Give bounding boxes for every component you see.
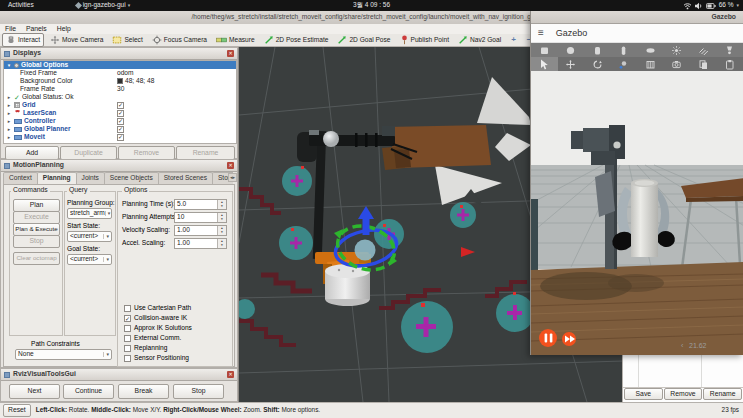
tree-row-global-status[interactable]: ▸ ✓ Global Status: Ok — [4, 93, 236, 101]
copy-icon[interactable] — [690, 57, 717, 71]
external-comm-option[interactable]: External Comm. — [124, 335, 181, 342]
expander-closed-icon[interactable]: ▸ — [6, 103, 12, 108]
expander-closed-icon[interactable]: ▸ — [6, 127, 12, 132]
motion-planning-header[interactable]: MotionPlanning ✕ — [1, 160, 237, 172]
collision-aware-ik-option[interactable]: Collision-aware IK — [124, 315, 187, 322]
add-tool-button[interactable]: + — [511, 36, 516, 44]
save-view-button[interactable]: Save — [624, 388, 663, 400]
tree-row-grid[interactable]: ▸ Grid — [4, 101, 236, 109]
step-button[interactable] — [562, 332, 576, 346]
menu-file[interactable]: File — [0, 26, 21, 33]
replanning-option[interactable]: Replanning — [124, 345, 167, 352]
expander-closed-icon[interactable]: ▸ — [6, 111, 12, 116]
panel-close-icon[interactable]: ✕ — [227, 50, 234, 57]
capsule-icon[interactable] — [611, 43, 638, 57]
checkbox[interactable] — [124, 355, 131, 362]
directional-light-icon[interactable] — [690, 43, 717, 57]
tool-select[interactable]: Select — [109, 34, 145, 46]
tree-row-global-planner[interactable]: ▸ Global Planner — [4, 125, 236, 133]
reset-button[interactable]: Reset — [3, 404, 31, 417]
tab-context[interactable]: Context — [3, 172, 38, 184]
clear-octomap-button[interactable]: Clear octomap — [13, 252, 60, 265]
accel-scaling-spinbox[interactable]: 1.00 ▴▾ — [174, 238, 227, 249]
translate-icon[interactable] — [558, 57, 585, 71]
clock[interactable]: 3월 4 09 : 56 — [0, 2, 743, 9]
property-value[interactable]: 30 — [117, 86, 124, 93]
display-enabled-checkbox[interactable] — [117, 110, 124, 117]
spin-arrows[interactable]: ▴▾ — [217, 200, 226, 209]
ellipsoid-icon[interactable] — [637, 43, 664, 57]
paste-icon[interactable] — [717, 57, 743, 71]
gazebo-titlebar[interactable]: Gazebo — [531, 11, 743, 24]
menu-help[interactable]: Help — [52, 26, 76, 33]
select-arrow-icon[interactable] — [531, 57, 558, 71]
tool-2d-goal-pose[interactable]: 2D Goal Pose — [334, 34, 393, 46]
property-value[interactable]: 48; 48; 48 — [117, 78, 154, 85]
rotate-icon[interactable] — [584, 57, 611, 71]
gazebo-3d-view[interactable]: ‹ 21.62 — [531, 71, 743, 355]
tree-row-frame-rate[interactable]: Frame Rate 30 — [4, 85, 236, 93]
tree-row-fixed-frame[interactable]: Fixed Frame odom — [4, 69, 236, 77]
tree-row-background-color[interactable]: Background Color 48; 48; 48 — [4, 77, 236, 85]
tool-focus-camera[interactable]: Focus Camera — [149, 34, 210, 46]
visual-tools-header[interactable]: RvizVisualToolsGui ✕ — [1, 369, 237, 381]
checkbox[interactable] — [124, 345, 131, 352]
approx-ik-solutions-option[interactable]: Approx IK Solutions — [124, 325, 192, 332]
display-enabled-checkbox[interactable] — [117, 102, 124, 109]
next-button[interactable]: Next — [9, 384, 60, 399]
rename-view-button[interactable]: Rename — [703, 388, 742, 400]
tab-planning[interactable]: Planning — [37, 172, 77, 184]
cylinder-icon[interactable] — [584, 43, 611, 57]
screenshot-camera-icon[interactable] — [664, 57, 691, 71]
use-cartesian-path-option[interactable]: Use Cartesian Path — [124, 305, 191, 312]
spin-arrows[interactable]: ▴▾ — [217, 239, 226, 248]
spot-light-icon[interactable] — [717, 43, 743, 57]
tree-row-global-options[interactable]: ▾ Global Options — [4, 61, 236, 69]
rename-display-button[interactable]: Rename — [176, 146, 235, 160]
expander-closed-icon[interactable]: ▸ — [6, 119, 12, 124]
path-constraints-dropdown[interactable]: None ▾ — [15, 349, 112, 360]
checkbox[interactable] — [124, 315, 131, 322]
tab-stored-scenes[interactable]: Stored Scenes — [158, 172, 213, 184]
pause-button[interactable] — [539, 329, 557, 347]
remove-display-button[interactable]: Remove — [118, 146, 175, 160]
planning-attempts-spinbox[interactable]: 10 ▴▾ — [174, 212, 227, 223]
tab-scroll-arrows[interactable]: ◂▸ — [228, 173, 237, 182]
tool-measure[interactable]: Measure — [213, 35, 258, 45]
spin-arrows[interactable]: ▴▾ — [217, 226, 226, 235]
spin-arrows[interactable]: ▴▾ — [217, 213, 226, 222]
display-enabled-checkbox[interactable] — [117, 118, 124, 125]
start-state-dropdown[interactable]: <current> ▾ — [67, 231, 112, 242]
property-value[interactable]: odom — [117, 70, 134, 77]
velocity-scaling-spinbox[interactable]: 1.00 ▴▾ — [174, 225, 227, 236]
tab-joints[interactable]: Joints — [76, 172, 105, 184]
menu-panels[interactable]: Panels — [21, 26, 52, 33]
add-display-button[interactable]: Add — [5, 146, 59, 160]
panel-close-icon[interactable]: ✕ — [227, 371, 234, 378]
display-enabled-checkbox[interactable] — [117, 126, 124, 133]
tree-row-laserscan[interactable]: ▸ LaserScan — [4, 109, 236, 117]
planning-time-spinbox[interactable]: 5.0 ▴▾ — [174, 199, 227, 210]
tool-2d-pose-estimate[interactable]: 2D Pose Estimate — [261, 34, 332, 46]
goal-state-dropdown[interactable]: <current> ▾ — [67, 254, 112, 265]
expander-closed-icon[interactable]: ▸ — [6, 95, 12, 100]
display-enabled-checkbox[interactable] — [117, 134, 124, 141]
expander-closed-icon[interactable]: ▸ — [6, 135, 12, 140]
hamburger-menu-icon[interactable]: ≡ — [538, 28, 544, 38]
tree-row-moveit[interactable]: ▸ Moveit — [4, 133, 236, 141]
tool-publish-point[interactable]: Publish Point — [397, 34, 453, 46]
expander-open-icon[interactable]: ▾ — [6, 63, 12, 68]
checkbox[interactable] — [124, 325, 131, 332]
tool-move-camera[interactable]: Move Camera — [47, 34, 106, 46]
box-icon[interactable] — [531, 43, 558, 57]
break-button[interactable]: Break — [118, 384, 169, 399]
checkbox[interactable] — [124, 305, 131, 312]
stop-vt-button[interactable]: Stop — [173, 384, 224, 399]
checkbox[interactable] — [124, 335, 131, 342]
snap-icon[interactable] — [611, 57, 638, 71]
displays-panel-header[interactable]: Displays ✕ — [1, 48, 237, 60]
tool-nav2-goal[interactable]: Nav2 Goal — [455, 34, 504, 46]
sphere-icon[interactable] — [558, 43, 585, 57]
tab-scene-objects[interactable]: Scene Objects — [104, 172, 159, 184]
planning-group-dropdown[interactable]: stretch_arm ▾ — [67, 208, 112, 219]
